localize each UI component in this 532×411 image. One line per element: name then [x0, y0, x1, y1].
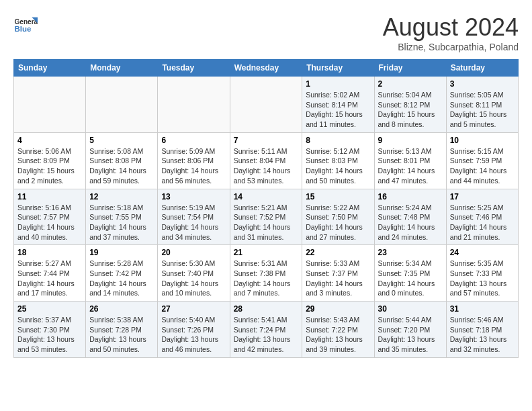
- day-info: Sunrise: 5:12 AMSunset: 8:03 PMDaylight:…: [306, 146, 370, 186]
- calendar-cell: 9Sunrise: 5:13 AMSunset: 8:01 PMDaylight…: [374, 132, 446, 189]
- calendar-cell: 31Sunrise: 5:46 AMSunset: 7:18 PMDayligh…: [446, 302, 518, 358]
- calendar-cell: 21Sunrise: 5:31 AMSunset: 7:38 PMDayligh…: [230, 245, 302, 302]
- calendar-cell: 30Sunrise: 5:44 AMSunset: 7:20 PMDayligh…: [374, 302, 446, 358]
- calendar-cell: [230, 77, 302, 133]
- day-info: Sunrise: 5:31 AMSunset: 7:38 PMDaylight:…: [234, 259, 299, 298]
- day-info: Sunrise: 5:11 AMSunset: 8:04 PMDaylight:…: [234, 146, 299, 186]
- day-info: Sunrise: 5:28 AMSunset: 7:42 PMDaylight:…: [89, 259, 154, 298]
- calendar-cell: 17Sunrise: 5:25 AMSunset: 7:46 PMDayligh…: [446, 189, 518, 245]
- calendar-cell: 8Sunrise: 5:12 AMSunset: 8:03 PMDaylight…: [302, 132, 374, 189]
- day-info: Sunrise: 5:15 AMSunset: 7:59 PMDaylight:…: [450, 146, 515, 186]
- calendar-cell: 12Sunrise: 5:18 AMSunset: 7:55 PMDayligh…: [86, 189, 158, 245]
- calendar-header-row: SundayMondayTuesdayWednesdayThursdayFrid…: [14, 60, 519, 77]
- page-header: General Blue August 2024 Blizne, Subcarp…: [13, 13, 519, 52]
- day-info: Sunrise: 5:19 AMSunset: 7:54 PMDaylight:…: [161, 203, 226, 242]
- day-info: Sunrise: 5:37 AMSunset: 7:30 PMDaylight:…: [17, 315, 82, 355]
- day-info: Sunrise: 5:04 AMSunset: 8:12 PMDaylight:…: [378, 90, 443, 130]
- calendar-cell: 28Sunrise: 5:41 AMSunset: 7:24 PMDayligh…: [230, 302, 302, 358]
- title-area: August 2024 Blizne, Subcarpathia, Poland: [383, 13, 519, 52]
- day-number: 7: [234, 136, 299, 145]
- day-number: 2: [378, 79, 443, 89]
- calendar-cell: 6Sunrise: 5:09 AMSunset: 8:06 PMDaylight…: [158, 132, 230, 189]
- calendar-cell: 4Sunrise: 5:06 AMSunset: 8:09 PMDaylight…: [14, 132, 86, 189]
- calendar-cell: 14Sunrise: 5:21 AMSunset: 7:52 PMDayligh…: [230, 189, 302, 245]
- day-info: Sunrise: 5:08 AMSunset: 8:08 PMDaylight:…: [89, 146, 154, 186]
- day-number: 29: [306, 304, 370, 314]
- calendar-cell: 25Sunrise: 5:37 AMSunset: 7:30 PMDayligh…: [14, 302, 86, 358]
- calendar-cell: [158, 77, 230, 133]
- week-row-5: 25Sunrise: 5:37 AMSunset: 7:30 PMDayligh…: [14, 302, 519, 358]
- calendar-cell: 26Sunrise: 5:38 AMSunset: 7:28 PMDayligh…: [86, 302, 158, 358]
- day-number: 13: [161, 192, 226, 201]
- week-row-4: 18Sunrise: 5:27 AMSunset: 7:44 PMDayligh…: [14, 245, 519, 302]
- calendar-cell: 24Sunrise: 5:35 AMSunset: 7:33 PMDayligh…: [446, 245, 518, 302]
- day-number: 20: [161, 248, 226, 257]
- calendar-cell: 11Sunrise: 5:16 AMSunset: 7:57 PMDayligh…: [14, 189, 86, 245]
- calendar-cell: 1Sunrise: 5:02 AMSunset: 8:14 PMDaylight…: [302, 77, 374, 133]
- col-header-tuesday: Tuesday: [158, 60, 230, 77]
- day-info: Sunrise: 5:02 AMSunset: 8:14 PMDaylight:…: [306, 90, 370, 130]
- calendar-cell: [14, 77, 86, 133]
- day-info: Sunrise: 5:34 AMSunset: 7:35 PMDaylight:…: [378, 259, 443, 298]
- calendar-cell: 2Sunrise: 5:04 AMSunset: 8:12 PMDaylight…: [374, 77, 446, 133]
- day-info: Sunrise: 5:43 AMSunset: 7:22 PMDaylight:…: [306, 315, 370, 355]
- day-number: 11: [17, 192, 82, 201]
- day-info: Sunrise: 5:46 AMSunset: 7:18 PMDaylight:…: [450, 315, 515, 355]
- day-number: 3: [450, 79, 515, 89]
- day-info: Sunrise: 5:44 AMSunset: 7:20 PMDaylight:…: [378, 315, 443, 355]
- calendar-cell: 3Sunrise: 5:05 AMSunset: 8:11 PMDaylight…: [446, 77, 518, 133]
- calendar-cell: 13Sunrise: 5:19 AMSunset: 7:54 PMDayligh…: [158, 189, 230, 245]
- svg-text:Blue: Blue: [14, 25, 32, 33]
- day-number: 8: [306, 136, 370, 145]
- calendar-cell: 27Sunrise: 5:40 AMSunset: 7:26 PMDayligh…: [158, 302, 230, 358]
- day-info: Sunrise: 5:13 AMSunset: 8:01 PMDaylight:…: [378, 146, 443, 186]
- calendar-cell: 19Sunrise: 5:28 AMSunset: 7:42 PMDayligh…: [86, 245, 158, 302]
- col-header-thursday: Thursday: [302, 60, 374, 77]
- day-info: Sunrise: 5:27 AMSunset: 7:44 PMDaylight:…: [17, 259, 82, 298]
- day-info: Sunrise: 5:30 AMSunset: 7:40 PMDaylight:…: [161, 259, 226, 298]
- col-header-sunday: Sunday: [14, 60, 86, 77]
- week-row-1: 1Sunrise: 5:02 AMSunset: 8:14 PMDaylight…: [14, 77, 519, 133]
- day-number: 4: [17, 136, 82, 145]
- day-info: Sunrise: 5:24 AMSunset: 7:48 PMDaylight:…: [378, 203, 443, 242]
- calendar-cell: 29Sunrise: 5:43 AMSunset: 7:22 PMDayligh…: [302, 302, 374, 358]
- col-header-saturday: Saturday: [446, 60, 518, 77]
- day-number: 9: [378, 136, 443, 145]
- calendar-cell: 10Sunrise: 5:15 AMSunset: 7:59 PMDayligh…: [446, 132, 518, 189]
- day-number: 23: [378, 248, 443, 257]
- day-number: 18: [17, 248, 82, 257]
- day-number: 12: [89, 192, 154, 201]
- calendar-cell: 16Sunrise: 5:24 AMSunset: 7:48 PMDayligh…: [374, 189, 446, 245]
- day-info: Sunrise: 5:38 AMSunset: 7:28 PMDaylight:…: [89, 315, 154, 355]
- day-info: Sunrise: 5:35 AMSunset: 7:33 PMDaylight:…: [450, 259, 515, 298]
- day-number: 27: [161, 304, 226, 314]
- day-number: 16: [378, 192, 443, 201]
- day-info: Sunrise: 5:18 AMSunset: 7:55 PMDaylight:…: [89, 203, 154, 242]
- day-number: 15: [306, 192, 370, 201]
- day-number: 31: [450, 304, 515, 314]
- day-number: 1: [306, 79, 370, 89]
- day-info: Sunrise: 5:21 AMSunset: 7:52 PMDaylight:…: [234, 203, 299, 242]
- day-number: 30: [378, 304, 443, 314]
- day-info: Sunrise: 5:16 AMSunset: 7:57 PMDaylight:…: [17, 203, 82, 242]
- day-number: 28: [234, 304, 299, 314]
- logo-icon: General Blue: [13, 13, 38, 38]
- day-info: Sunrise: 5:41 AMSunset: 7:24 PMDaylight:…: [234, 315, 299, 355]
- location-subtitle: Blizne, Subcarpathia, Poland: [383, 42, 519, 52]
- day-number: 25: [17, 304, 82, 314]
- calendar-cell: 22Sunrise: 5:33 AMSunset: 7:37 PMDayligh…: [302, 245, 374, 302]
- calendar-cell: 18Sunrise: 5:27 AMSunset: 7:44 PMDayligh…: [14, 245, 86, 302]
- day-number: 5: [89, 136, 154, 145]
- day-info: Sunrise: 5:25 AMSunset: 7:46 PMDaylight:…: [450, 203, 515, 242]
- calendar-cell: 7Sunrise: 5:11 AMSunset: 8:04 PMDaylight…: [230, 132, 302, 189]
- day-number: 6: [161, 136, 226, 145]
- calendar-cell: 20Sunrise: 5:30 AMSunset: 7:40 PMDayligh…: [158, 245, 230, 302]
- week-row-3: 11Sunrise: 5:16 AMSunset: 7:57 PMDayligh…: [14, 189, 519, 245]
- day-number: 10: [450, 136, 515, 145]
- day-info: Sunrise: 5:33 AMSunset: 7:37 PMDaylight:…: [306, 259, 370, 298]
- day-info: Sunrise: 5:06 AMSunset: 8:09 PMDaylight:…: [17, 146, 82, 186]
- logo: General Blue: [13, 13, 38, 38]
- day-number: 26: [89, 304, 154, 314]
- day-info: Sunrise: 5:40 AMSunset: 7:26 PMDaylight:…: [161, 315, 226, 355]
- calendar-table: SundayMondayTuesdayWednesdayThursdayFrid…: [13, 59, 519, 358]
